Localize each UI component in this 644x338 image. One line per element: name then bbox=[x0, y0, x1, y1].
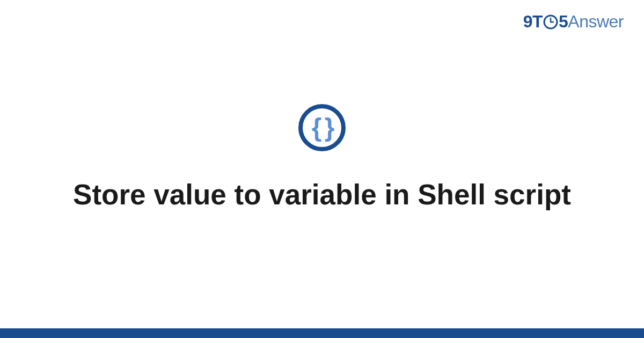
code-braces-icon: { } bbox=[298, 104, 346, 151]
braces-glyph: { } bbox=[312, 115, 333, 141]
page-title: Store value to variable in Shell script bbox=[73, 177, 571, 212]
footer-accent-bar bbox=[0, 328, 644, 338]
main-content: { } Store value to variable in Shell scr… bbox=[0, 0, 644, 338]
topic-icon-wrapper: { } bbox=[298, 104, 346, 151]
